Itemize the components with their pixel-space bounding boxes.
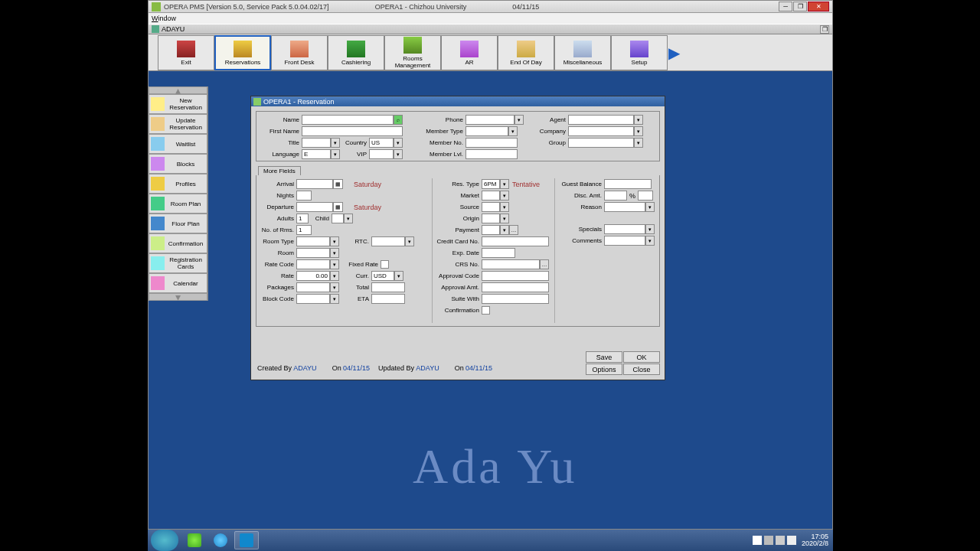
tool-cashiering[interactable]: Cashiering (328, 35, 384, 70)
total-field[interactable] (371, 282, 405, 292)
rtc-field[interactable] (371, 236, 405, 246)
group-field[interactable] (568, 138, 634, 148)
agent-field[interactable] (568, 115, 634, 125)
departure-field[interactable] (296, 202, 333, 212)
no-of-rms-field[interactable] (296, 225, 312, 235)
room-type-field[interactable] (296, 236, 330, 246)
comments-dropdown[interactable]: ▾ (645, 236, 655, 246)
eta-field[interactable] (371, 294, 405, 304)
tool-ar[interactable]: AR (441, 35, 498, 70)
tool-exit[interactable]: Exit (158, 35, 214, 70)
origin-dropdown[interactable]: ▾ (500, 214, 509, 223)
disc-pct-field[interactable] (638, 191, 653, 201)
suite-with-field[interactable] (482, 294, 549, 304)
child-field[interactable] (332, 214, 344, 223)
menubar[interactable]: Window (149, 13, 832, 24)
sidebar-up-arrow[interactable]: ▴ (149, 86, 207, 94)
exp-date-field[interactable] (482, 248, 515, 258)
tool-rooms-management[interactable]: Rooms Management (384, 35, 441, 70)
fixed-rate-checkbox[interactable] (381, 260, 389, 269)
tool-setup[interactable]: Setup (611, 35, 668, 70)
res-type-dropdown[interactable]: ▾ (500, 179, 509, 189)
rate-field[interactable] (296, 271, 330, 281)
mdi-restore-button[interactable]: ❐ (820, 25, 829, 34)
vip-field[interactable] (369, 149, 394, 159)
more-fields-tab[interactable]: More Fields (258, 166, 301, 175)
rtc-dropdown[interactable]: ▾ (405, 236, 414, 246)
taskbar-app-1[interactable] (182, 531, 207, 549)
source-field[interactable] (482, 202, 500, 212)
crs-no-button[interactable]: … (540, 259, 549, 269)
block-code-dropdown[interactable]: ▾ (330, 294, 339, 304)
country-field[interactable] (369, 138, 394, 148)
curr-dropdown[interactable]: ▾ (394, 271, 403, 281)
payment-dropdown[interactable]: ▾ (500, 225, 509, 235)
close-dialog-button[interactable]: Close (623, 364, 660, 375)
crs-no-field[interactable] (482, 259, 540, 269)
title-field[interactable] (302, 138, 331, 148)
curr-field[interactable] (371, 271, 394, 281)
taskbar-ie[interactable] (208, 531, 233, 549)
sidebar-update-reservation[interactable]: Update Reservation (149, 114, 207, 134)
agent-dropdown[interactable]: ▾ (634, 115, 643, 125)
disc-amt-field[interactable] (604, 191, 627, 201)
departure-calendar-icon[interactable]: ▦ (333, 202, 343, 212)
comments-field[interactable] (604, 236, 645, 246)
close-button[interactable]: ✕ (808, 2, 829, 11)
phone-dropdown[interactable]: ▾ (514, 115, 524, 125)
tray-flag-icon[interactable] (753, 536, 762, 545)
origin-field[interactable] (482, 214, 500, 223)
maximize-button[interactable]: ❐ (793, 2, 807, 11)
block-code-field[interactable] (296, 294, 330, 304)
res-type-field[interactable] (482, 179, 500, 189)
member-lvl-field[interactable] (466, 149, 518, 159)
vip-dropdown[interactable]: ▾ (394, 149, 403, 159)
tool-end-of-day[interactable]: End Of Day (498, 35, 554, 70)
adults-field[interactable] (296, 214, 309, 223)
room-dropdown[interactable]: ▾ (330, 248, 339, 258)
room-field[interactable] (296, 248, 330, 258)
sidebar-down-arrow[interactable]: ▾ (149, 293, 207, 301)
arrival-field[interactable] (296, 179, 333, 189)
reason-dropdown[interactable]: ▾ (645, 202, 655, 212)
member-type-dropdown[interactable]: ▾ (508, 126, 518, 136)
sidebar-waitlist[interactable]: Waitlist (149, 134, 207, 154)
payment-field[interactable] (482, 225, 500, 235)
start-button[interactable] (151, 530, 178, 551)
minimize-button[interactable]: ─ (779, 2, 792, 11)
sidebar-blocks[interactable]: Blocks (149, 154, 207, 174)
tray-input-icon[interactable] (787, 536, 796, 545)
sidebar-room-plan[interactable]: Room Plan (149, 194, 207, 214)
name-field[interactable] (302, 115, 394, 125)
arrival-calendar-icon[interactable]: ▦ (333, 179, 343, 189)
sidebar-confirmation[interactable]: Confirmation (149, 233, 207, 253)
sidebar-profiles[interactable]: Profiles (149, 174, 207, 194)
company-field[interactable] (568, 126, 634, 136)
options-button[interactable]: Options (586, 364, 622, 375)
tray-network-icon[interactable] (764, 536, 773, 545)
payment-extra-button[interactable]: … (509, 225, 518, 235)
save-button[interactable]: Save (586, 351, 622, 363)
tool-miscellaneous[interactable]: Miscellaneous (554, 35, 611, 70)
market-dropdown[interactable]: ▾ (500, 191, 509, 201)
country-dropdown[interactable]: ▾ (394, 138, 403, 148)
approval-amt-field[interactable] (482, 282, 549, 292)
tray-clock[interactable]: 17:05 2020/2/8 (799, 533, 831, 547)
tool-front-desk[interactable]: Front Desk (271, 35, 328, 70)
tray-volume-icon[interactable] (776, 536, 785, 545)
ok-button[interactable]: OK (623, 351, 660, 363)
child-dropdown[interactable]: ▾ (344, 214, 353, 223)
rate-code-field[interactable] (296, 259, 330, 269)
company-dropdown[interactable]: ▾ (634, 126, 643, 136)
nights-field[interactable] (296, 191, 312, 201)
reason-field[interactable] (604, 202, 645, 212)
tool-reservations[interactable]: Reservations (214, 35, 271, 70)
language-dropdown[interactable]: ▾ (331, 149, 340, 159)
language-field[interactable] (302, 149, 331, 159)
sidebar-floor-plan[interactable]: Floor Plan (149, 214, 207, 233)
approval-code-field[interactable] (482, 271, 549, 281)
toolbar-next-arrow[interactable]: ▶ (668, 34, 680, 70)
packages-field[interactable] (296, 282, 330, 292)
market-field[interactable] (482, 191, 500, 201)
specials-dropdown[interactable]: ▾ (645, 224, 655, 234)
